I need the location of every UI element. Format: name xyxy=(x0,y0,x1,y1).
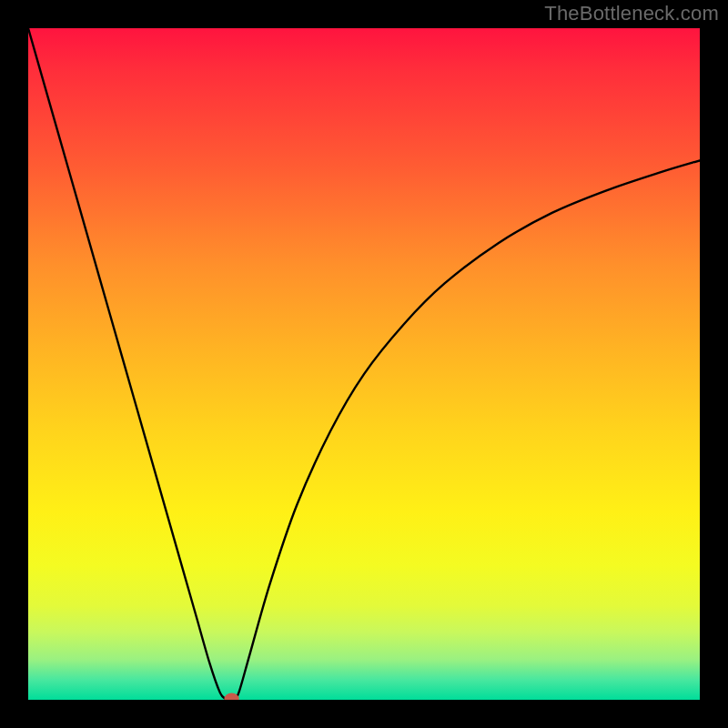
bottleneck-curve xyxy=(28,28,700,700)
curve-svg xyxy=(28,28,700,700)
minimum-marker-dot xyxy=(224,693,238,700)
plot-area xyxy=(28,28,700,700)
watermark-text: TheBottleneck.com xyxy=(544,2,719,25)
chart-frame: TheBottleneck.com xyxy=(0,0,728,728)
